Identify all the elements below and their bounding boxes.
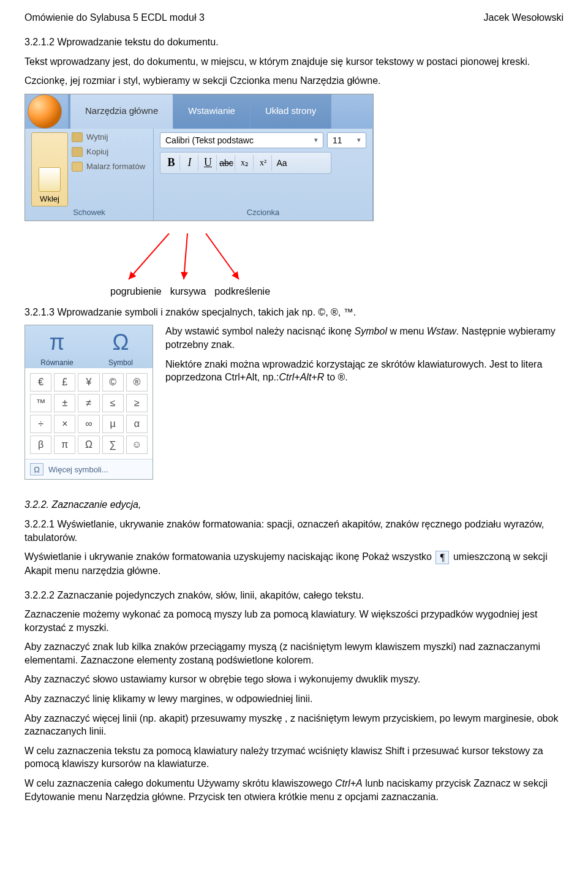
- superscript-button: x²: [255, 155, 272, 171]
- symbol-cell: ÷: [30, 415, 51, 433]
- pi-icon: π: [40, 328, 74, 357]
- symbol-cell: £: [54, 373, 75, 391]
- symbol-button: Ω Symbol: [92, 328, 149, 367]
- intro-p2: Czcionkę, jej rozmiar i styl, wybieramy …: [24, 74, 564, 88]
- symbol-grid: € £ ¥ © ® ™ ± ≠ ≤ ≥ ÷ ×: [25, 368, 153, 459]
- ribbon-figure: Narzędzia główne Wstawianie Układ strony…: [24, 94, 374, 221]
- symbol-cell: ≠: [78, 394, 99, 412]
- callout-arrows: [24, 221, 564, 286]
- sec313-p1: Aby wstawić symbol należy nacisnąć ikonę…: [165, 325, 564, 351]
- paste-button: Wklej: [31, 132, 68, 206]
- painter-label: Malarz formatów: [86, 162, 145, 171]
- sec313-p2: Niektóre znaki można wprowadzić korzysta…: [165, 358, 564, 384]
- doc-header-right: Jacek Wesołowski: [484, 12, 564, 23]
- symbol-cell: ®: [126, 373, 148, 391]
- symbol-panel-figure: π Równanie Ω Symbol € £ ¥ © ®: [24, 325, 153, 480]
- copy-label: Kopiuj: [86, 147, 108, 156]
- equation-label: Równanie: [40, 358, 73, 367]
- scissors-icon: [72, 132, 83, 142]
- omega-icon: Ω: [30, 463, 43, 475]
- font-name-combo: Calibri (Tekst podstawc ▾: [160, 132, 323, 148]
- sel-pd: Aby zaznaczyć linię klikamy w lewy margi…: [24, 692, 564, 706]
- symbol-cell: β: [30, 436, 51, 454]
- font-size-value: 11: [333, 135, 342, 145]
- section-3213-title: 3.2.1.3 Wprowadzanie symboli i znaków sp…: [24, 306, 564, 319]
- tab-insert: Wstawianie: [173, 94, 251, 129]
- tab-home: Narzędzia główne: [70, 94, 173, 129]
- clipboard-panel-label: Schowek: [31, 206, 147, 218]
- chevron-down-icon: ▾: [314, 136, 318, 144]
- svg-line-0: [129, 233, 169, 279]
- cut-label: Wytnij: [86, 132, 108, 142]
- symbol-cell: ≥: [126, 394, 148, 412]
- section-3222-title: 3.2.2.2 Zaznaczanie pojedynczych znaków,…: [24, 589, 564, 602]
- clipboard-panel: Wklej Wytnij Kopiuj Malarz: [25, 129, 154, 221]
- symbol-cell: π: [54, 436, 75, 454]
- section-3221-title: 3.2.2.1 Wyświetlanie, ukrywanie znaków f…: [24, 518, 564, 544]
- sel-pa: Zaznaczenie możemy wykonać za pomocą mys…: [24, 608, 564, 634]
- font-panel: Calibri (Tekst podstawc ▾ 11 ▾ B I U abc: [154, 129, 373, 221]
- copy-button: Kopiuj: [72, 147, 145, 157]
- sel-pf: W celu zaznaczenia tekstu za pomocą klaw…: [24, 744, 564, 771]
- svg-line-1: [184, 233, 187, 279]
- symbol-cell: Ω: [78, 436, 99, 454]
- subscript-button: x₂: [236, 155, 254, 171]
- doc-header-left: Omówienie do Sylabusa 5 ECDL moduł 3: [24, 12, 205, 23]
- font-name-value: Calibri (Tekst podstawc: [165, 135, 254, 145]
- label-bold: pogrubienie: [110, 286, 162, 297]
- symbol-cell: €: [30, 373, 51, 391]
- section-3212-title: 3.2.1.2 Wprowadzanie tekstu do dokumentu…: [24, 36, 564, 49]
- symbol-cell: ±: [54, 394, 75, 412]
- paste-icon: [39, 167, 61, 192]
- paste-label: Wklej: [40, 194, 59, 203]
- symbol-cell: ≤: [102, 394, 124, 412]
- svg-line-2: [206, 233, 239, 279]
- font-panel-label: Czcionka: [160, 206, 366, 218]
- symbol-cell: ©: [102, 373, 124, 391]
- sel-pb: Aby zaznaczyć znak lub kilka znaków prze…: [24, 640, 564, 667]
- italic-button: I: [181, 155, 198, 171]
- symbol-cell: ×: [54, 415, 75, 433]
- symbol-cell: ☺: [126, 436, 148, 454]
- tab-layout: Układ strony: [251, 94, 331, 129]
- chevron-down-icon: ▾: [357, 136, 361, 144]
- symbol-cell: ∑: [102, 436, 124, 454]
- bold-button: B: [163, 155, 180, 171]
- symbol-label: Symbol: [108, 358, 133, 367]
- show-formatting-p: Wyświetlanie i ukrywanie znaków formatow…: [24, 550, 564, 577]
- symbol-cell: ™: [30, 394, 51, 412]
- intro-p1: Tekst wprowadzany jest, do dokumentu, w …: [24, 55, 564, 69]
- change-case-button: Aa: [273, 155, 290, 171]
- sel-pc: Aby zaznaczyć słowo ustawiamy kursor w o…: [24, 673, 564, 686]
- font-size-combo: 11 ▾: [327, 132, 366, 148]
- copy-icon: [72, 147, 83, 157]
- brush-icon: [72, 162, 83, 172]
- sel-pe: Aby zaznaczyć więcej linii (np. akapit) …: [24, 712, 564, 738]
- strike-button: abc: [218, 155, 235, 171]
- more-symbols-button: Ω Więcej symboli...: [25, 459, 153, 479]
- symbol-cell: ∞: [78, 415, 99, 433]
- office-button-icon: [28, 94, 62, 129]
- sel-pg: W celu zaznaczenia całego dokumentu Używ…: [24, 777, 564, 803]
- format-painter-button: Malarz formatów: [72, 162, 145, 172]
- label-underline: podkreślenie: [214, 286, 270, 297]
- equation-button: π Równanie: [29, 328, 85, 367]
- label-italic: kursywa: [170, 286, 206, 297]
- symbol-cell: µ: [102, 415, 124, 433]
- symbol-cell: ¥: [78, 373, 99, 391]
- omega-icon: Ω: [104, 328, 138, 357]
- more-symbols-label: Więcej symboli...: [48, 465, 108, 474]
- cut-button: Wytnij: [72, 132, 145, 142]
- pilcrow-icon: ¶: [435, 551, 449, 564]
- section-322-title: 3.2.2. Zaznaczanie edycja,: [24, 498, 564, 512]
- symbol-cell: α: [126, 415, 148, 433]
- underline-button: U: [200, 155, 217, 171]
